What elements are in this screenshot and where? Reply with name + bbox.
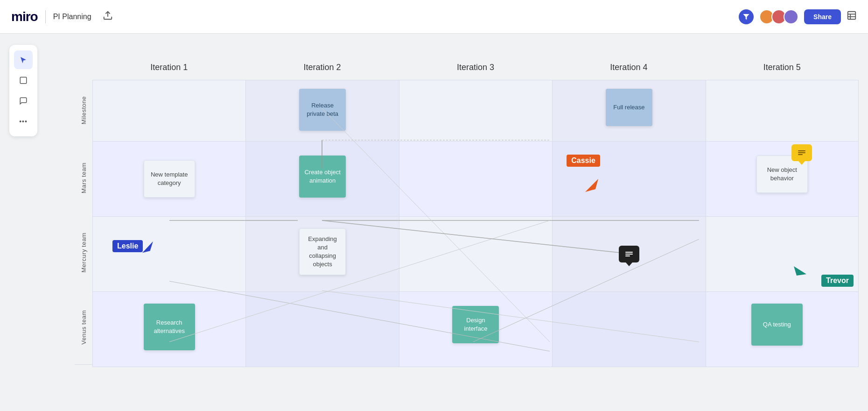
cursor-cassie: Cassie (567, 155, 600, 167)
milestone-row: Release private beta Full release (92, 80, 859, 141)
cursor-trevor: Trevor (821, 275, 854, 287)
svg-rect-6 (20, 77, 27, 84)
svg-marker-11 (140, 241, 156, 254)
pi-planning-grid: Iteration 1 Iteration 2 Iteration 3 Iter… (75, 57, 859, 367)
col-header-5: Iteration 5 (706, 57, 859, 80)
svg-rect-8 (798, 150, 805, 151)
cell-venus-3: Design interface (399, 292, 552, 367)
svg-marker-15 (794, 266, 806, 276)
share-button[interactable]: Share (804, 9, 841, 24)
avatar-3 (784, 9, 798, 24)
col-header-4: Iteration 4 (552, 57, 705, 80)
mars-row: New template category Create object anim… (92, 141, 859, 216)
chat-bubble-dark[interactable] (619, 246, 639, 262)
cell-mercury-4 (552, 217, 705, 291)
card-research-alternatives[interactable]: Research alternatives (144, 304, 195, 350)
cell-milestone-3 (399, 80, 552, 141)
row-label-mars: Mars team (75, 141, 92, 215)
cell-mercury-1: Leslie (92, 217, 245, 291)
cell-mars-1: New template category (92, 142, 245, 216)
cell-milestone-2: Release private beta (245, 80, 399, 141)
sticky-note-tool[interactable] (14, 71, 33, 90)
cell-milestone-4: Full release (552, 80, 705, 141)
row-label-milestone: Milestone (75, 80, 92, 141)
cell-venus-4 (552, 292, 705, 367)
venus-row: Research alternatives Design interface (92, 291, 859, 367)
cell-venus-5: QA testing (706, 292, 859, 367)
row-labels: Milestone Mars team Mercury team Venus t… (75, 80, 92, 367)
cell-mars-2: Create object animation (245, 142, 399, 216)
cell-mercury-2: Expanding and collapsing objects (245, 217, 399, 291)
svg-rect-12 (625, 252, 633, 253)
card-new-template-category[interactable]: New template category (144, 160, 195, 198)
board-title: PI Planning (53, 13, 91, 21)
cell-mercury-5: Trevor (706, 217, 859, 291)
chat-bubble-yellow[interactable] (791, 144, 812, 161)
canvas: Iteration 1 Iteration 2 Iteration 3 Iter… (0, 34, 868, 411)
svg-rect-10 (798, 154, 803, 155)
mercury-row: Leslie Expanding and collapsing objects (92, 216, 859, 291)
cell-milestone-5 (706, 80, 859, 141)
cell-mars-4: Cassie (552, 142, 705, 216)
toolbar-sidebar: ••• (9, 45, 37, 136)
column-headers: Iteration 1 Iteration 2 Iteration 3 Iter… (92, 57, 859, 80)
topbar-right: Share (739, 9, 857, 24)
svg-rect-14 (625, 255, 630, 256)
cell-venus-1: Research alternatives (92, 292, 245, 367)
svg-rect-2 (848, 12, 856, 20)
cell-mars-5: New object behavior (706, 142, 859, 216)
grid-body: Milestone Mars team Mercury team Venus t… (75, 80, 859, 367)
avatar-group (759, 9, 798, 24)
cursor-tool[interactable] (14, 50, 33, 69)
comment-tool[interactable] (14, 92, 33, 110)
topbar: miro PI Planning Share (0, 0, 868, 34)
cell-milestone-1 (92, 80, 245, 141)
divider (45, 10, 46, 23)
svg-marker-1 (743, 14, 749, 20)
filter-icon[interactable] (739, 9, 754, 24)
cell-mercury-3 (399, 217, 552, 291)
cell-mars-3 (399, 142, 552, 216)
card-full-release[interactable]: Full release (606, 89, 652, 126)
card-release-private-beta[interactable]: Release private beta (299, 89, 346, 131)
col-header-2: Iteration 2 (245, 57, 399, 80)
grid-rows: Release private beta Full release (92, 80, 859, 367)
svg-marker-7 (585, 179, 598, 192)
card-design-interface[interactable]: Design interface (452, 306, 499, 343)
svg-rect-9 (798, 152, 805, 153)
col-header-3: Iteration 3 (399, 57, 552, 80)
more-tools[interactable]: ••• (14, 112, 33, 131)
card-expanding-collapsing[interactable]: Expanding and collapsing objects (299, 228, 346, 275)
row-label-venus: Venus team (75, 290, 92, 365)
cell-venus-2 (245, 292, 399, 367)
svg-rect-13 (625, 254, 633, 255)
row-label-mercury: Mercury team (75, 215, 92, 290)
notes-button[interactable] (847, 10, 857, 23)
col-header-1: Iteration 1 (92, 57, 245, 80)
upload-button[interactable] (99, 8, 117, 25)
card-create-object-animation[interactable]: Create object animation (299, 156, 346, 198)
miro-logo: miro (11, 9, 38, 24)
card-qa-testing[interactable]: QA testing (751, 304, 803, 346)
